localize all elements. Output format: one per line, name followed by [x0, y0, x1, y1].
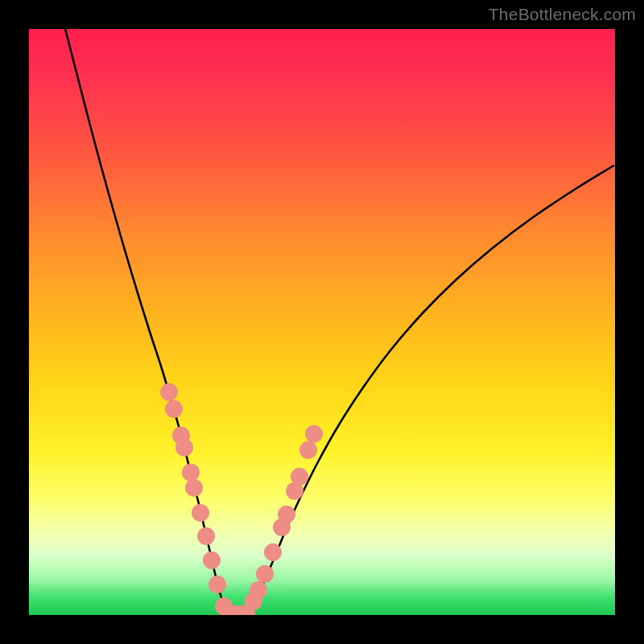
marker-left-5	[185, 479, 203, 497]
chart-frame: TheBottleneck.com	[0, 0, 644, 644]
marker-right-3	[264, 543, 282, 561]
marker-left-3	[175, 439, 193, 456]
marker-left-1	[165, 400, 183, 418]
marker-right-7	[291, 468, 308, 485]
watermark-text: TheBottleneck.com	[489, 5, 636, 24]
chart-svg	[29, 29, 615, 615]
marker-right-2	[256, 565, 274, 583]
marker-left-6	[192, 504, 209, 522]
curve-group	[65, 29, 613, 614]
marker-left-8	[203, 551, 221, 569]
marker-left-0	[160, 383, 178, 401]
marker-left-7	[197, 527, 215, 545]
marker-right-8	[299, 441, 317, 459]
plot-area	[29, 29, 615, 615]
marker-right-9	[305, 425, 323, 443]
marker-left-9	[208, 576, 226, 593]
marker-right-5	[278, 506, 295, 523]
series-left-arm	[65, 29, 227, 613]
marker-left-4	[182, 464, 200, 481]
series-right-arm	[246, 166, 613, 613]
marker-right-1	[250, 581, 267, 599]
